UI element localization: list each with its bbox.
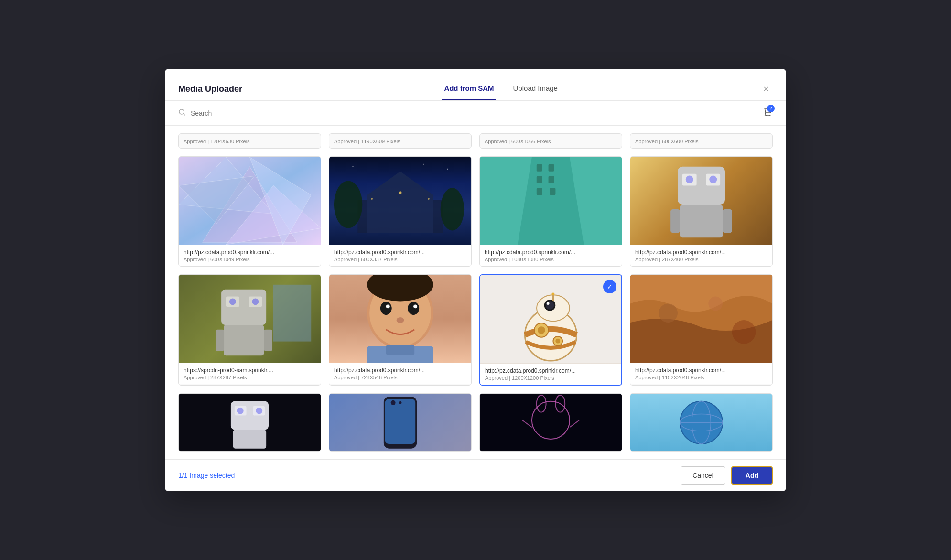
selected-count: 1/1 Image selected xyxy=(178,472,235,479)
svg-point-58 xyxy=(397,317,404,323)
image-thumb-1 xyxy=(179,157,321,245)
card-info-6: http://pz.cdata.prod0.sprinklr.com/... A… xyxy=(329,363,471,384)
image-card-2[interactable]: http://pz.cdata.prod0.sprinklr.com/... A… xyxy=(329,156,472,267)
image-thumb-9 xyxy=(179,394,321,451)
image-card-5[interactable]: https://sprcdn-prod0-sam.sprinklr.... Ap… xyxy=(178,274,321,386)
card-info-1: http://pz.cdata.prod0.sprinklr.com/... A… xyxy=(179,245,321,266)
svg-rect-31 xyxy=(550,188,556,195)
card-info-4: http://pz.cdata.prod0.sprinklr.com/... A… xyxy=(630,245,772,266)
svg-point-56 xyxy=(386,304,390,308)
image-card-10[interactable] xyxy=(329,393,472,452)
svg-point-19 xyxy=(428,198,430,200)
svg-rect-49 xyxy=(264,330,272,351)
modal-header: Media Uploader Add from SAM Upload Image… xyxy=(165,69,786,101)
svg-point-2 xyxy=(766,115,767,116)
cart-badge: 2 xyxy=(767,105,775,112)
svg-rect-61 xyxy=(386,345,414,355)
media-uploader-modal: Media Uploader Add from SAM Upload Image… xyxy=(165,69,786,491)
svg-rect-74 xyxy=(552,295,554,301)
image-card-3[interactable]: http://pz.cdata.prod0.sprinklr.com/... A… xyxy=(479,156,622,267)
search-icon xyxy=(178,108,186,118)
svg-rect-90 xyxy=(385,398,415,443)
svg-point-45 xyxy=(229,298,236,305)
svg-point-92 xyxy=(399,401,402,404)
svg-rect-39 xyxy=(670,209,680,233)
svg-rect-87 xyxy=(233,430,266,449)
top-label-1: Approved | 1204X630 Pixels xyxy=(178,133,321,149)
image-thumb-4 xyxy=(630,157,772,245)
svg-rect-11 xyxy=(367,195,433,233)
svg-point-79 xyxy=(708,296,723,311)
image-card-11[interactable] xyxy=(479,393,622,452)
image-thumb-3 xyxy=(480,157,622,245)
image-thumb-12 xyxy=(630,394,772,451)
svg-point-36 xyxy=(686,176,693,183)
top-label-2: Approved | 1190X609 Pixels xyxy=(329,133,472,149)
card-info-8: http://pz.cdata.prod0.sprinklr.com/... A… xyxy=(630,363,772,384)
svg-point-15 xyxy=(334,181,362,228)
svg-rect-48 xyxy=(216,330,224,351)
top-label-3: Approved | 600X1066 Pixels xyxy=(479,133,622,149)
svg-line-1 xyxy=(184,113,185,115)
svg-point-66 xyxy=(538,326,545,334)
image-card-1[interactable]: http://pz.cdata.prod0.sprinklr.com/... A… xyxy=(178,156,321,267)
cancel-button[interactable]: Cancel xyxy=(681,466,725,485)
svg-rect-27 xyxy=(549,164,554,172)
modal-title: Media Uploader xyxy=(178,84,242,94)
tab-add-from-sam[interactable]: Add from SAM xyxy=(442,77,496,100)
svg-point-73 xyxy=(547,302,550,305)
add-button[interactable]: Add xyxy=(731,466,773,485)
svg-point-72 xyxy=(546,301,554,310)
image-card-12[interactable] xyxy=(630,393,773,452)
svg-point-78 xyxy=(659,303,678,323)
svg-point-20 xyxy=(353,166,354,167)
svg-point-80 xyxy=(732,320,756,344)
image-thumb-6 xyxy=(329,275,471,363)
svg-point-21 xyxy=(376,162,377,162)
svg-point-55 xyxy=(408,302,419,315)
image-card-8[interactable]: http://pz.cdata.prod0.sprinklr.com/... A… xyxy=(630,274,773,386)
svg-rect-50 xyxy=(273,285,311,342)
image-thumb-7 xyxy=(480,275,621,364)
image-card-6[interactable]: http://pz.cdata.prod0.sprinklr.com/... A… xyxy=(329,274,472,386)
svg-rect-28 xyxy=(537,176,542,183)
modal-overlay: Media Uploader Add from SAM Upload Image… xyxy=(0,0,951,560)
svg-rect-29 xyxy=(549,176,554,183)
search-input[interactable] xyxy=(191,109,757,117)
search-bar: 2 xyxy=(165,101,786,126)
svg-point-23 xyxy=(447,169,448,170)
card-info-2: http://pz.cdata.prod0.sprinklr.com/... A… xyxy=(329,245,471,266)
svg-rect-26 xyxy=(537,164,542,172)
svg-point-37 xyxy=(709,176,717,183)
svg-point-18 xyxy=(371,198,373,200)
image-card-9[interactable] xyxy=(178,393,321,452)
card-info-3: http://pz.cdata.prod0.sprinklr.com/... A… xyxy=(480,245,622,266)
image-thumb-5 xyxy=(179,275,321,363)
svg-point-57 xyxy=(413,304,417,308)
cart-button[interactable]: 2 xyxy=(762,107,773,119)
image-thumb-2 xyxy=(329,157,471,245)
close-button[interactable]: × xyxy=(759,82,773,97)
image-card-4[interactable]: http://pz.cdata.prod0.sprinklr.com/... A… xyxy=(630,156,773,267)
card-info-5: https://sprcdn-prod0-sam.sprinklr.... Ap… xyxy=(179,363,321,384)
image-thumb-11 xyxy=(480,394,622,451)
svg-point-17 xyxy=(399,191,402,194)
svg-rect-93 xyxy=(480,394,622,451)
image-card-7[interactable]: ✓ xyxy=(479,274,622,386)
card-info-7: http://pz.cdata.prod0.sprinklr.com/... A… xyxy=(480,364,621,385)
svg-rect-30 xyxy=(537,188,542,195)
check-icon-7: ✓ xyxy=(603,280,616,293)
svg-rect-42 xyxy=(221,290,266,325)
svg-point-3 xyxy=(769,115,770,116)
gallery: Approved | 1204X630 Pixels Approved | 11… xyxy=(165,126,786,459)
svg-point-75 xyxy=(551,292,554,295)
tab-upload-image[interactable]: Upload Image xyxy=(511,77,560,100)
image-thumb-8 xyxy=(630,275,772,363)
svg-point-91 xyxy=(391,400,396,405)
svg-rect-47 xyxy=(224,325,264,355)
modal-footer: 1/1 Image selected Cancel Add xyxy=(165,459,786,491)
svg-rect-40 xyxy=(723,209,732,233)
top-label-4: Approved | 600X600 Pixels xyxy=(630,133,773,149)
svg-point-68 xyxy=(555,338,560,343)
svg-point-54 xyxy=(380,302,392,315)
